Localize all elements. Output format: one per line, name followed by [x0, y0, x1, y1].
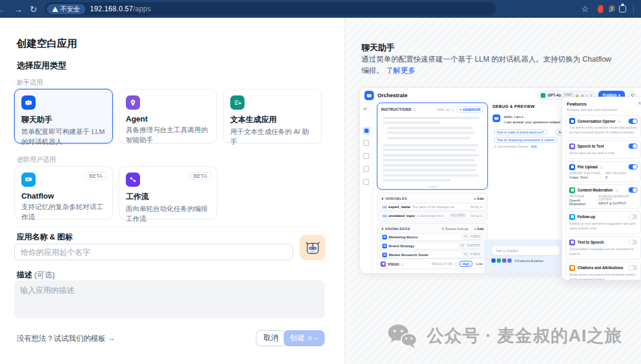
- adblock-extension-icon[interactable]: [596, 4, 605, 14]
- speech-to-text-icon: [569, 143, 575, 149]
- app-type-card-chat-assistant[interactable]: 聊天助手 简单配置即可构建基于 LLM 的对话机器人: [14, 89, 113, 143]
- orchestrate-nav-icon: [363, 127, 370, 135]
- create-app-panel: 创建空白应用 选择应用类型 新手适用 聊天助手 简单配置即可构建基于 LLM 的…: [0, 18, 344, 364]
- page-title: 创建空白应用: [17, 37, 77, 50]
- watermark-text: 公众号 · 麦金叔的AI之旅: [427, 324, 623, 348]
- preview-app-icon: [364, 91, 374, 100]
- model-provider-icon: [541, 93, 545, 98]
- detail-description: 通过简单的配置快速搭建一个基于 LLM 的对话机器人。支持切换为 Chatflo…: [361, 54, 618, 77]
- chatflow-icon: [21, 173, 36, 187]
- bot-greeting: Hello, I am L. I can answer your questio…: [504, 114, 560, 125]
- bot-avatar: [493, 114, 500, 122]
- security-badge[interactable]: 不安全: [47, 4, 85, 14]
- try-templates-link[interactable]: 没有想法？试试我们的模板 →: [17, 334, 115, 344]
- create-shortcut: ⌘ ↵: [307, 336, 318, 341]
- agent-icon: [126, 95, 140, 110]
- debug-preview-title: DEBUG & PREVIEW: [493, 104, 535, 108]
- suggestion-chip: Tips for analyzing competitors in market: [494, 137, 557, 143]
- card-description: 具备推理与自主工具调用的智能助手: [126, 125, 210, 145]
- app-icon-picker[interactable]: [300, 235, 325, 260]
- collapse-icon: ⇄: [363, 106, 367, 111]
- card-description: 简单配置即可构建基于 LLM 的对话机器人: [21, 127, 106, 146]
- toggle-off: [629, 214, 637, 219]
- file-upload-icon: [569, 164, 575, 170]
- address-bar[interactable]: 不安全 192.168.0.57/apps: [45, 2, 496, 15]
- text-generation-icon: [230, 95, 245, 110]
- bookmark-star-icon[interactable]: ☆: [581, 4, 589, 14]
- app-name-input[interactable]: [14, 244, 293, 260]
- robot-emoji-icon: [304, 239, 322, 257]
- text-to-speech-icon: [569, 240, 575, 245]
- card-description: 支持记忆的复杂多轮对话工作流: [21, 202, 106, 222]
- knowledge-doc-row: Market Research Guide HQ · HYBRID: [379, 251, 485, 258]
- document-icon: [382, 235, 387, 240]
- beginner-label: 新手适用: [17, 78, 43, 87]
- description-label: 描述 (可选): [17, 270, 55, 280]
- watermark: 公众号 · 麦金叔的AI之旅: [386, 324, 623, 349]
- card-title: 文本生成应用: [230, 114, 315, 125]
- card-description: 面向单轮自动化任务的编排工作流: [126, 204, 210, 223]
- back-icon[interactable]: ←: [0, 5, 7, 14]
- app-type-card-chatflow[interactable]: BETA Chatflow 支持记忆的复杂多轮对话工作流: [14, 166, 113, 219]
- info-icon: ⓘ: [600, 165, 603, 169]
- app-type-detail-panel: 聊天助手 通过简单的配置快速搭建一个基于 LLM 的对话机器人。支持切换为 Ch…: [344, 18, 641, 364]
- feature-card-follow-up: Follow-up Setting up next questions sugg…: [566, 211, 641, 234]
- generate-button: ✦ GENERATE: [456, 106, 484, 113]
- variable-row: {x} unrelated_topic A placeholder for to…: [379, 212, 485, 219]
- card-description: 用于文本生成任务的 AI 助手: [230, 127, 315, 146]
- reload-icon[interactable]: ↻: [30, 5, 37, 14]
- card-title: Agent: [126, 114, 210, 123]
- sidebar-icon: [363, 153, 369, 159]
- feature-chip-icon: [491, 258, 496, 263]
- vision-icon: [380, 261, 386, 267]
- document-icon: [382, 244, 387, 248]
- learn-more-link[interactable]: 了解更多: [386, 66, 415, 75]
- app-type-card-workflow[interactable]: BETA 工作流 面向单轮自动化任务的编排工作流: [119, 166, 217, 219]
- sidebar-icon: [363, 140, 369, 146]
- knowledge-panel: ∨ KNOWLEDGE ⇅ Rerank Settings + Add Mark…: [377, 223, 488, 261]
- chat-assistant-icon: [21, 95, 36, 110]
- extensions-puzzle-icon[interactable]: [619, 5, 626, 12]
- feature-card-conversation-opener: Conversation Opener ⓘ You are an entity …: [566, 115, 641, 138]
- variables-panel: ∨ VARIABLES + Add {x} expert_name The na…: [377, 193, 488, 222]
- knowledge-doc-row: Brand Strategy HQ · INVERTED: [379, 242, 485, 250]
- app-type-card-text-generation[interactable]: 文本生成应用 用于文本生成任务的 AI 助手: [223, 89, 322, 143]
- toolbar-divider: [633, 5, 634, 13]
- feature-chip-icon: [502, 258, 506, 263]
- info-icon: ⓘ: [413, 108, 416, 111]
- toggle-on: [629, 187, 637, 193]
- app-type-card-agent[interactable]: Agent 具备推理与自主工具调用的智能助手: [119, 89, 217, 143]
- section-divider: [14, 226, 325, 227]
- knowledge-doc-row: Marketing Basics HQ · HYBRID: [379, 233, 485, 241]
- preview-mini-sidebar: ⇄: [360, 103, 373, 273]
- info-icon: ⓘ: [615, 189, 618, 192]
- info-icon: ⓘ: [401, 262, 404, 266]
- content-moderation-icon: [569, 187, 575, 193]
- toggle-off: [629, 265, 637, 270]
- forward-icon[interactable]: →: [14, 5, 23, 14]
- browser-actions: ☆ 2: [581, 4, 634, 14]
- warning-icon: [52, 7, 58, 12]
- beta-badge: BETA: [85, 172, 107, 180]
- detail-title: 聊天助手: [361, 43, 395, 53]
- toggle-on: [629, 143, 637, 149]
- info-icon: ⓘ: [618, 119, 621, 123]
- app-name-label: 应用名称 & 图标: [17, 232, 73, 242]
- cancel-button[interactable]: 取消: [256, 330, 286, 346]
- description-textarea[interactable]: [14, 280, 325, 318]
- enabled-features-row: 4 Features Enabled: [491, 258, 543, 263]
- url-text: 192.168.0.57/apps: [90, 5, 151, 13]
- beta-badge: BETA: [189, 172, 211, 180]
- choose-type-label: 选择应用类型: [17, 60, 66, 71]
- citations-icon: [569, 265, 575, 271]
- resolution-low-option: Low: [474, 261, 484, 266]
- conversation-opener-caption: ⊙ Conversation Opener · Edit: [494, 145, 537, 148]
- feature-chip-icon: [497, 258, 501, 263]
- card-title: Chatflow: [21, 191, 106, 200]
- follow-up-icon: [569, 214, 575, 220]
- instructions-panel: INSTRUCTIONS ⓘ 2182 {x} ▢ ✦ GENERATE: [377, 103, 488, 190]
- features-panel: ✕ Features Enhance web app user experien…: [561, 97, 641, 280]
- variables-icon: {x}: [446, 108, 449, 111]
- create-button[interactable]: 创建 ⌘ ↵: [284, 330, 325, 346]
- extension-badge: 2: [609, 5, 615, 11]
